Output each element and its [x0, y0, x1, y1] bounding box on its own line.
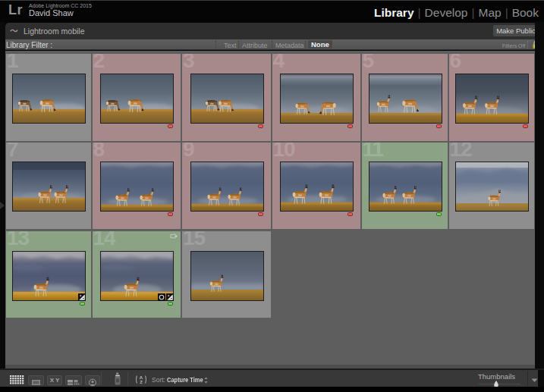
svg-text:Z: Z [140, 380, 143, 384]
svg-text:A: A [140, 375, 143, 380]
